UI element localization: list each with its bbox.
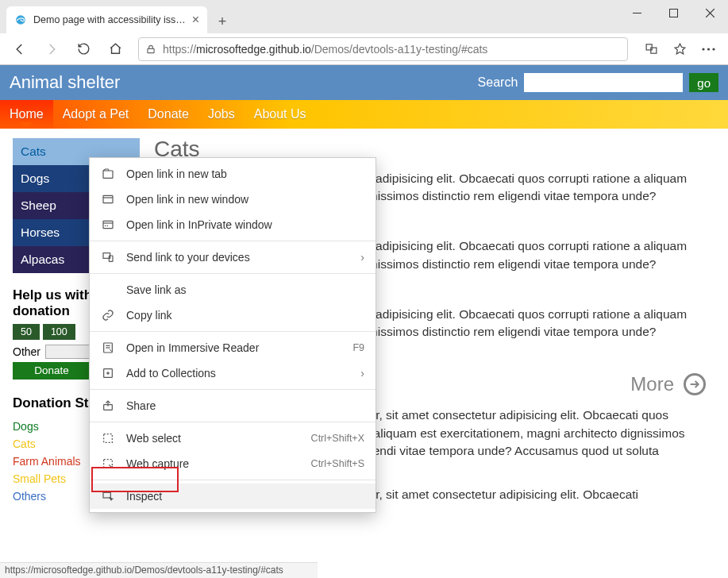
chevron-right-icon: › [360, 251, 364, 264]
svg-rect-14 [103, 195, 113, 202]
context-menu: Open link in new tabOpen link in new win… [89, 157, 376, 513]
url-text: https://microsoftedge.github.io/Demos/de… [163, 43, 487, 56]
share-icon [101, 399, 115, 412]
ctx-label: Save link as [126, 283, 364, 296]
translate-icon[interactable] [637, 36, 664, 63]
devices-icon [101, 251, 115, 264]
svg-rect-13 [103, 171, 113, 178]
ctx-open-in-immersive-reader[interactable]: Open in Immersive ReaderF9 [90, 335, 376, 360]
ctx-inspect[interactable]: Inspect [90, 484, 376, 509]
ctx-label: Open link in new window [126, 193, 364, 206]
browser-tab[interactable]: Demo page with accessibility iss… × [6, 6, 207, 33]
svg-rect-28 [104, 434, 113, 443]
window-maximize-button[interactable] [655, 0, 691, 25]
refresh-button[interactable] [70, 36, 97, 63]
site-header: Animal shelter Search go [0, 65, 728, 100]
svg-point-11 [712, 48, 715, 50]
browser-titlebar: Demo page with accessibility iss… × + [0, 0, 728, 33]
site-title: Animal shelter [10, 72, 120, 93]
search-input[interactable] [524, 73, 683, 92]
ctx-web-select[interactable]: Web selectCtrl+Shift+X [90, 426, 376, 451]
svg-rect-16 [103, 221, 113, 228]
address-bar[interactable]: https://microsoftedge.github.io/Demos/de… [138, 37, 628, 61]
webselect-icon [101, 432, 115, 445]
collections-icon [101, 367, 115, 380]
ctx-label: Open link in InPrivate window [126, 218, 364, 231]
ctx-share[interactable]: Share [90, 393, 376, 418]
ctx-label: Inspect [126, 490, 364, 503]
browser-statusbar: https://microsoftedge.github.io/Demos/de… [0, 562, 318, 578]
ctx-label: Add to Collections [126, 367, 349, 380]
nav-donate[interactable]: Donate [138, 100, 198, 129]
browser-toolbar: https://microsoftedge.github.io/Demos/de… [0, 33, 728, 65]
nav-jobs[interactable]: Jobs [198, 100, 245, 129]
ctx-send-link-to-your-devices[interactable]: Send link to your devices› [90, 245, 376, 270]
lock-icon [145, 44, 156, 55]
inspect-icon [101, 490, 115, 503]
ctx-shortcut: F9 [352, 342, 364, 353]
ctx-open-link-in-new-tab[interactable]: Open link in new tab [90, 161, 376, 187]
ctx-label: Share [126, 399, 364, 412]
forward-button[interactable] [38, 36, 65, 63]
ctx-label: Open in Immersive Reader [126, 341, 341, 354]
tab-icon [101, 168, 115, 180]
capture-icon [101, 457, 115, 470]
donate-50-button[interactable]: 50 [13, 324, 40, 340]
link-icon [101, 309, 115, 322]
chevron-right-icon: › [360, 367, 364, 380]
ctx-label: Send link to your devices [126, 251, 349, 264]
svg-marker-8 [675, 44, 685, 54]
svg-point-10 [707, 48, 709, 50]
svg-rect-2 [669, 9, 677, 17]
search-label: Search [478, 75, 518, 90]
tab-close-icon[interactable]: × [192, 13, 199, 27]
ctx-open-link-in-inprivate-window[interactable]: Open link in InPrivate window [90, 212, 376, 237]
ctx-shortcut: Ctrl+Shift+S [311, 458, 364, 469]
ctx-label: Web capture [126, 457, 300, 470]
ctx-web-capture[interactable]: Web captureCtrl+Shift+S [90, 451, 376, 476]
ctx-label: Copy link [126, 309, 364, 322]
tab-favicon [14, 13, 27, 26]
nav-home[interactable]: Home [0, 100, 53, 129]
ctx-save-link-as[interactable]: Save link as [90, 277, 376, 302]
donate-100-button[interactable]: 100 [43, 324, 75, 340]
window-close-button[interactable] [691, 0, 728, 25]
settings-menu-button[interactable] [695, 36, 722, 63]
new-tab-button[interactable]: + [210, 10, 234, 33]
ctx-open-link-in-new-window[interactable]: Open link in new window [90, 187, 376, 212]
nav-adopt[interactable]: Adopt a Pet [53, 100, 139, 129]
ctx-shortcut: Ctrl+Shift+X [311, 433, 364, 444]
svg-point-9 [702, 48, 704, 50]
home-button[interactable] [102, 36, 129, 63]
ctx-label: Open link in new tab [126, 168, 364, 180]
window-minimize-button[interactable] [618, 0, 655, 25]
back-button[interactable] [6, 36, 33, 63]
ctx-label: Web select [126, 432, 300, 445]
svg-rect-30 [103, 492, 110, 498]
more-label: More [630, 373, 674, 395]
nav-about[interactable]: About Us [245, 100, 316, 129]
ctx-copy-link[interactable]: Copy link [90, 302, 376, 328]
tab-title: Demo page with accessibility iss… [33, 14, 186, 25]
private-icon [101, 218, 115, 231]
ctx-add-to-collections[interactable]: Add to Collections› [90, 360, 376, 386]
donate-button[interactable]: Donate [13, 362, 91, 380]
other-label: Other [13, 345, 40, 358]
reader-icon [101, 341, 115, 354]
svg-rect-5 [148, 48, 154, 52]
main-nav: Home Adopt a Pet Donate Jobs About Us [0, 100, 728, 129]
arrow-right-icon [684, 373, 706, 395]
search-go-button[interactable]: go [689, 73, 718, 92]
window-icon [101, 193, 115, 206]
other-amount-input[interactable] [45, 345, 93, 359]
favorites-icon[interactable] [666, 36, 693, 63]
